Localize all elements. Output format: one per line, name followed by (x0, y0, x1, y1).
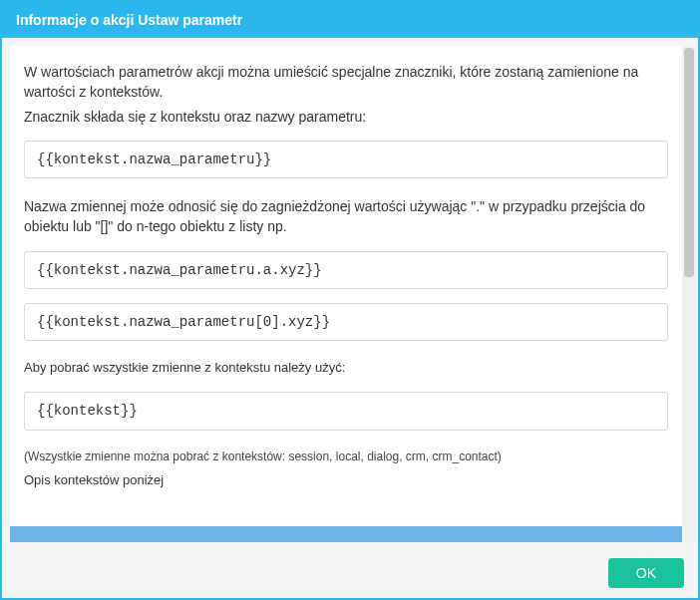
intro-text-1: W wartościach parametrów akcji można umi… (24, 62, 668, 103)
dialog-footer: OK (2, 550, 698, 598)
intro-text-2: Znacznik składa się z kontekstu oraz naz… (24, 107, 668, 127)
scrollbar-thumb[interactable] (684, 48, 694, 277)
dialog-body: W wartościach parametrów akcji można umi… (2, 38, 698, 550)
contexts-note: (Wszystkie zmienne można pobrać z kontek… (24, 449, 668, 465)
dialog-title: Informacje o akcji Ustaw parametr (2, 2, 698, 38)
dialog: Informacje o akcji Ustaw parametr W wart… (0, 0, 700, 600)
spacer (24, 490, 668, 526)
code-example-nested-index: {{kontekst.nazwa_parametru[0].xyz}} (24, 303, 668, 341)
content-area: W wartościach parametrów akcji można umi… (10, 46, 682, 542)
code-example-all: {{kontekst}} (24, 392, 668, 430)
contexts-subhead: Opis kontekstów poniżej (24, 471, 668, 490)
ok-button[interactable]: OK (608, 558, 684, 588)
code-example-basic: {{kontekst.nazwa_parametru}} (24, 141, 668, 178)
code-example-nested-dot: {{kontekst.nazwa_parametru.a.xyz}} (24, 251, 668, 289)
nested-description: Nazwa zmiennej może odnosić się do zagni… (24, 196, 668, 237)
accordion-session[interactable]: session – (10, 526, 682, 542)
all-vars-description: Aby pobrać wszystkie zmienne z kontekstu… (24, 359, 668, 378)
accordion-session-label: session (26, 540, 77, 542)
scrollbar[interactable] (682, 46, 696, 542)
